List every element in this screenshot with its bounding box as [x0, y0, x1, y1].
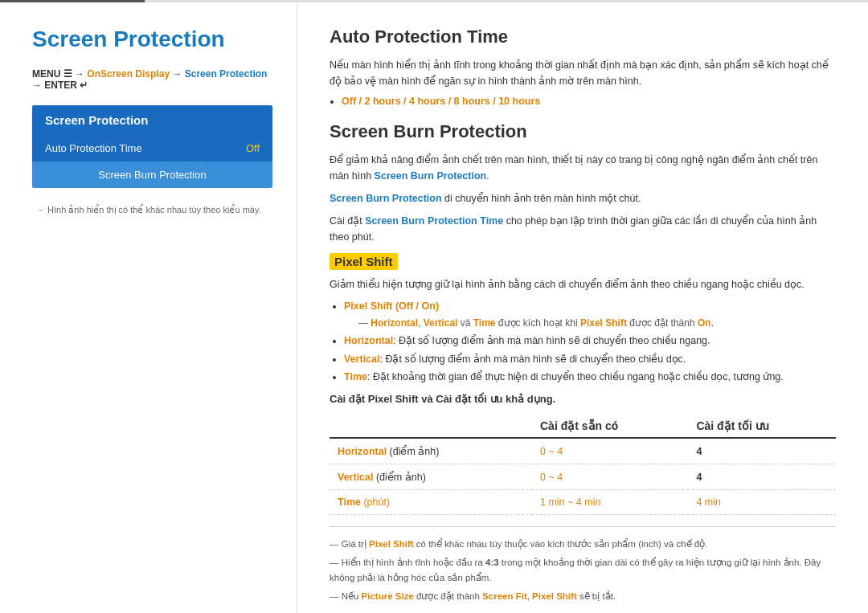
table-row: Vertical (điểm ảnh) 0 ~ 4 4 — [330, 464, 836, 490]
section-screen-burn: Screen Burn Protection Để giảm khả năng … — [330, 121, 836, 245]
sub-bullet-horizontal: Horizontal, Vertical và Time được kích h… — [344, 316, 836, 330]
nav-item-auto-protection[interactable]: Auto Protection Time Off — [32, 135, 272, 161]
nav-panel-title: Screen Protection — [32, 105, 272, 135]
bullet-pixel-shift-on-off: Pixel Shift (Off / On) Horizontal, Verti… — [344, 299, 836, 330]
footer-notes: Giá trị Pixel Shift có thể khác nhau tùy… — [330, 537, 836, 604]
divider — [330, 526, 836, 527]
col-header-name — [330, 415, 532, 438]
row-range-vertical: 0 ~ 4 — [532, 464, 688, 490]
section-pixel-shift: Pixel Shift Giảm thiểu hiện tượng giữ lạ… — [330, 253, 836, 604]
menu-path: MENU ☰ → OnScreen Display → Screen Prote… — [32, 68, 272, 91]
table-row: Horizontal (điểm ảnh) 0 ~ 4 4 — [330, 438, 836, 464]
pixel-shift-table: Cài đặt sẵn có Cài đặt tối ưu Horizontal… — [330, 415, 836, 515]
section1-desc: Nếu màn hình hiển thị ảnh tĩnh trong kho… — [330, 57, 836, 89]
bullet-vertical: Vertical: Đặt số lượng điểm ảnh mà màn h… — [344, 352, 836, 367]
hours-text: Off / 2 hours / 4 hours / 8 hours / 10 h… — [342, 96, 540, 107]
row-optimal-horizontal: 4 — [688, 438, 836, 464]
nav-panel: Screen Protection Auto Protection Time O… — [32, 105, 272, 188]
nav-item-label: Auto Protection Time — [45, 142, 142, 154]
pixel-shift-bullets: Pixel Shift (Off / On) Horizontal, Verti… — [330, 299, 836, 385]
section1-title: Auto Protection Time — [330, 27, 836, 47]
sub-on: On — [698, 317, 711, 329]
nav-item-screen-burn[interactable]: Screen Burn Protection — [32, 161, 272, 188]
footer-note-3: Nếu Picture Size được đặt thành Screen F… — [330, 589, 836, 603]
menu-item-onscreen: OnScreen Display — [87, 68, 170, 80]
row-label-horizontal: Horizontal (điểm ảnh) — [330, 438, 532, 464]
footer-note-1: Giá trị Pixel Shift có thể khác nhau tùy… — [330, 537, 836, 551]
sidebar: Screen Protection MENU ☰ → OnScreen Disp… — [0, 2, 297, 613]
screen-burn-link1: Screen Burn Protection — [375, 170, 487, 182]
row-optimal-vertical: 4 — [688, 464, 836, 490]
table-row-time: Time (phút) 1 min ~ 4 min 4 min — [330, 490, 836, 515]
menu-prefix: MENU — [32, 68, 63, 80]
nav-item-value: Off — [246, 142, 260, 154]
section2-desc2: Screen Burn Protection di chuyển hình ản… — [330, 190, 836, 206]
sub-pixel-shift: Pixel Shift — [580, 317, 627, 329]
screen-burn-time-link: Screen Burn Protection Time — [365, 215, 503, 227]
pixel-shift-desc: Giảm thiểu hiện tượng giữ lại hình ảnh b… — [330, 276, 836, 292]
section2-desc3: Cài đặt Screen Burn Protection Time cho … — [330, 213, 836, 245]
pixel-shift-badge: Pixel Shift — [330, 253, 398, 270]
hours-list: Off / 2 hours / 4 hours / 8 hours / 10 h… — [330, 96, 836, 107]
bullet-time: Time: Đặt khoảng thời gian để thực hiện … — [344, 370, 836, 385]
nav-item-label: Screen Burn Protection — [98, 169, 206, 181]
row-label-vertical: Vertical (điểm ảnh) — [330, 464, 532, 490]
section2-desc1: Để giảm khả năng điểm ảnh chết trên màn … — [330, 152, 836, 184]
menu-arrow3: → ENTER — [32, 80, 80, 91]
sub-time: Time — [473, 317, 496, 329]
sub-horizontal: Horizontal — [371, 317, 418, 329]
menu-arrow2: → — [170, 68, 185, 80]
enter-icon: ↵ — [80, 80, 88, 91]
screen-burn-link2: Screen Burn Protection — [330, 193, 442, 204]
hours-item: Off / 2 hours / 4 hours / 8 hours / 10 h… — [342, 96, 836, 107]
main-content: Auto Protection Time Nếu màn hình hiển t… — [297, 2, 868, 613]
sub-bullet-item: Horizontal, Vertical và Time được kích h… — [358, 316, 836, 330]
bullet-label: Pixel Shift (Off / On) — [344, 300, 439, 312]
bullet-h-label: Horizontal — [344, 335, 393, 346]
sidebar-note: Hình ảnh hiển thị có thể khác nhau tùy t… — [32, 204, 272, 216]
bullet-t-label: Time — [344, 371, 367, 382]
sub-vertical: Vertical — [424, 317, 458, 329]
row-range-time: 1 min ~ 4 min — [532, 490, 688, 515]
section2-title: Screen Burn Protection — [330, 121, 836, 142]
footer-note-2: Hiển thị hình ảnh tĩnh hoặc đầu ra 4:3 t… — [330, 555, 836, 585]
col-header-optimal: Cài đặt tối ưu — [688, 415, 836, 438]
section-auto-protection: Auto Protection Time Nếu màn hình hiển t… — [330, 27, 836, 107]
row-optimal-time: 4 min — [688, 490, 836, 515]
row-label-time: Time (phút) — [330, 490, 532, 515]
table-intro: Cài đặt Pixel Shift và Cài đặt tối ưu kh… — [330, 393, 836, 405]
menu-item-protection: Screen Protection — [185, 68, 268, 80]
row-range-horizontal: 0 ~ 4 — [532, 438, 688, 464]
table-header-row: Cài đặt sẵn có Cài đặt tối ưu — [330, 415, 836, 438]
bullet-horizontal: Horizontal: Đặt số lượng điểm ảnh mà màn… — [344, 333, 836, 349]
page-title: Screen Protection — [32, 27, 272, 52]
col-header-preset: Cài đặt sẵn có — [532, 415, 688, 438]
menu-arrow1: → — [72, 68, 88, 80]
bullet-v-label: Vertical — [344, 353, 379, 365]
menu-icon: ☰ — [63, 68, 72, 80]
